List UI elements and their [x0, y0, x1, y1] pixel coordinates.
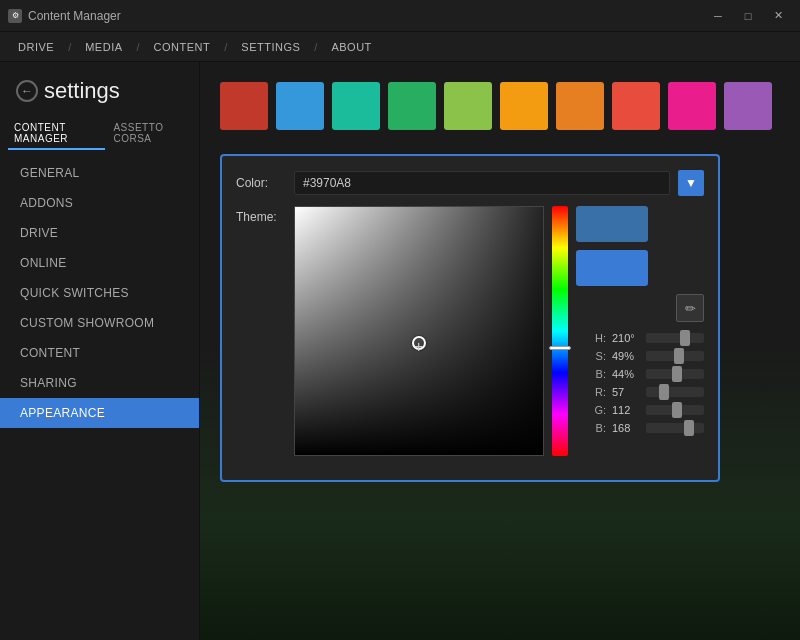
slider-thumb-g	[672, 402, 682, 418]
picker-right-panel: ✏ H:210°S:49%B:44%R:57G:112B:168	[576, 206, 704, 456]
slider-value-s: 49%	[612, 350, 640, 362]
settings-tabs: CONTENT MANAGERASSETTO CORSA	[0, 114, 199, 150]
color-preview-old	[576, 250, 648, 286]
maximize-button[interactable]: □	[734, 6, 762, 26]
color-swatches-row	[220, 82, 780, 130]
color-sliders: H:210°S:49%B:44%R:57G:112B:168	[576, 332, 704, 434]
nav-item-addons[interactable]: ADDONS	[0, 188, 199, 218]
color-swatch-5[interactable]	[500, 82, 548, 130]
color-swatch-1[interactable]	[276, 82, 324, 130]
slider-row-s: S:49%	[576, 350, 704, 362]
slider-track-s[interactable]	[646, 351, 704, 361]
slider-label-r: R:	[576, 386, 606, 398]
color-swatch-2[interactable]	[332, 82, 380, 130]
close-button[interactable]: ✕	[764, 6, 792, 26]
settings-tab-content-manager[interactable]: CONTENT MANAGER	[8, 118, 105, 150]
nav-item-custom-showroom[interactable]: CUSTOM SHOWROOM	[0, 308, 199, 338]
slider-label-g: G:	[576, 404, 606, 416]
hue-slider[interactable]	[552, 206, 568, 456]
slider-track-b[interactable]	[646, 369, 704, 379]
slider-value-r: 57	[612, 386, 640, 398]
color-input-row: Color: ▼	[236, 170, 704, 196]
theme-field-label: Theme:	[236, 206, 286, 224]
window-controls: ─ □ ✕	[704, 6, 792, 26]
slider-label-h: H:	[576, 332, 606, 344]
picker-main-area: + ✏ H:210°S:49%B:44%R:57G:112B:168	[294, 206, 704, 456]
nav-item-general[interactable]: GENERAL	[0, 158, 199, 188]
slider-value-b: 44%	[612, 368, 640, 380]
nav-item-content[interactable]: CONTENT	[0, 338, 199, 368]
menu-item-settings[interactable]: SETTINGS	[231, 37, 310, 57]
color-swatch-3[interactable]	[388, 82, 436, 130]
color-preview-new	[576, 206, 648, 242]
menu-item-content[interactable]: CONTENT	[144, 37, 221, 57]
eyedropper-button[interactable]: ✏	[676, 294, 704, 322]
nav-item-quick-switches[interactable]: QUICK SWITCHES	[0, 278, 199, 308]
menu-separator: /	[224, 41, 227, 53]
app-body: ← settings CONTENT MANAGERASSETTO CORSA …	[0, 62, 800, 640]
title-bar-left: ⚙ Content Manager	[8, 9, 121, 23]
slider-row-brgb: B:168	[576, 422, 704, 434]
slider-value-h: 210°	[612, 332, 640, 344]
title-bar-text: Content Manager	[28, 9, 121, 23]
nav-item-drive[interactable]: DRIVE	[0, 218, 199, 248]
slider-track-r[interactable]	[646, 387, 704, 397]
color-picker-panel: Color: ▼ Theme: +	[220, 154, 720, 482]
nav-item-appearance[interactable]: APPEARANCE	[0, 398, 199, 428]
color-picker-icon[interactable]: ▼	[678, 170, 704, 196]
color-hex-input[interactable]	[294, 171, 670, 195]
menu-separator: /	[137, 41, 140, 53]
slider-row-r: R:57	[576, 386, 704, 398]
back-button[interactable]: ← settings	[16, 78, 183, 104]
slider-row-b: B:44%	[576, 368, 704, 380]
back-arrow-icon: ←	[16, 80, 38, 102]
menu-item-media[interactable]: MEDIA	[75, 37, 132, 57]
menu-separator: /	[68, 41, 71, 53]
slider-row-h: H:210°	[576, 332, 704, 344]
color-swatch-9[interactable]	[724, 82, 772, 130]
color-swatch-8[interactable]	[668, 82, 716, 130]
slider-label-s: S:	[576, 350, 606, 362]
nav-item-sharing[interactable]: SHARING	[0, 368, 199, 398]
slider-row-g: G:112	[576, 404, 704, 416]
menu-item-drive[interactable]: DRIVE	[8, 37, 64, 57]
menu-separator: /	[314, 41, 317, 53]
slider-track-brgb[interactable]	[646, 423, 704, 433]
slider-thumb-h	[680, 330, 690, 346]
color-swatch-4[interactable]	[444, 82, 492, 130]
sidebar: ← settings CONTENT MANAGERASSETTO CORSA …	[0, 62, 200, 640]
menu-bar: DRIVE/MEDIA/CONTENT/SETTINGS/ABOUT	[0, 32, 800, 62]
page-title: settings	[44, 78, 120, 104]
color-swatch-7[interactable]	[612, 82, 660, 130]
title-bar: ⚙ Content Manager ─ □ ✕	[0, 0, 800, 32]
slider-thumb-s	[674, 348, 684, 364]
slider-track-h[interactable]	[646, 333, 704, 343]
slider-thumb-r	[659, 384, 669, 400]
settings-tab-assetto-corsa[interactable]: ASSETTO CORSA	[107, 118, 191, 150]
content-area: Color: ▼ Theme: +	[200, 62, 800, 640]
color-swatch-0[interactable]	[220, 82, 268, 130]
color-field-label: Color:	[236, 176, 286, 190]
nav-items: GENERALADDONSDRIVEONLINEQUICK SWITCHESCU…	[0, 158, 199, 428]
slider-label-b: B:	[576, 368, 606, 380]
app-icon: ⚙	[8, 9, 22, 23]
theme-row: Theme: + ✏	[236, 206, 704, 456]
page-header: ← settings	[0, 66, 199, 114]
slider-track-g[interactable]	[646, 405, 704, 415]
color-gradient-canvas[interactable]: +	[294, 206, 544, 456]
slider-thumb-brgb	[684, 420, 694, 436]
menu-item-about[interactable]: ABOUT	[321, 37, 381, 57]
color-swatch-6[interactable]	[556, 82, 604, 130]
nav-item-online[interactable]: ONLINE	[0, 248, 199, 278]
minimize-button[interactable]: ─	[704, 6, 732, 26]
slider-thumb-b	[672, 366, 682, 382]
slider-value-g: 112	[612, 404, 640, 416]
hue-slider-container	[552, 206, 568, 456]
slider-value-brgb: 168	[612, 422, 640, 434]
slider-label-brgb: B:	[576, 422, 606, 434]
